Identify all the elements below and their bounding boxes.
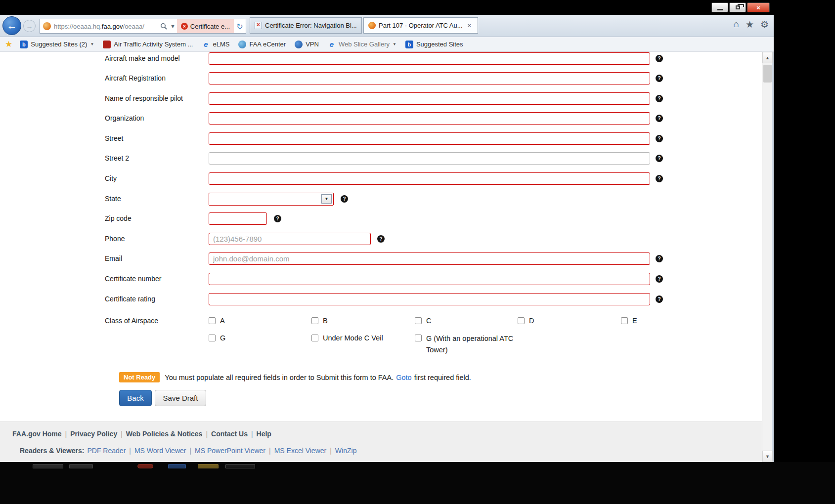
certificate-error-button[interactable]: × Certificate e...: [177, 19, 234, 33]
tab-close-icon[interactable]: ×: [468, 22, 472, 29]
select-dropdown-icon[interactable]: ▼: [321, 194, 332, 204]
help-icon[interactable]: [656, 115, 663, 122]
scroll-down-icon[interactable]: ▼: [762, 451, 773, 462]
footer-link-pdf-reader[interactable]: PDF Reader: [87, 447, 126, 455]
favbar-faa-ecenter[interactable]: FAA eCenter: [234, 39, 290, 50]
add-favorite-star-icon[interactable]: ★: [5, 39, 12, 49]
back-button[interactable]: Back: [119, 390, 152, 406]
forward-nav-button[interactable]: →: [23, 20, 36, 32]
favbar-label: Suggested Sites (2): [31, 41, 87, 48]
taskbar-icon[interactable]: [69, 464, 93, 468]
footer-link-faa-home[interactable]: FAA.gov Home: [12, 430, 62, 438]
scrollbar-thumb[interactable]: [763, 65, 772, 83]
field-label: Zip code: [105, 214, 132, 222]
favbar-web-slice-gallery[interactable]: e Web Slice Gallery ▼: [323, 39, 401, 50]
checkbox-d[interactable]: [518, 317, 525, 324]
form-row-street: Street: [0, 132, 762, 146]
footer-link-help[interactable]: Help: [257, 430, 271, 438]
address-dropdown-icon[interactable]: ▼: [170, 23, 176, 29]
checkbox-label: E: [632, 317, 637, 325]
settings-gear-icon[interactable]: ⚙: [760, 19, 769, 30]
favbar-vpn[interactable]: VPN: [290, 39, 323, 50]
vertical-scrollbar[interactable]: ▲ ▼: [762, 52, 772, 462]
minimize-button[interactable]: [711, 2, 728, 12]
form-row-phone: Phone: [0, 233, 762, 246]
favbar-elms[interactable]: e eLMS: [198, 39, 234, 50]
goto-link[interactable]: Goto: [396, 374, 411, 381]
taskbar-icon[interactable]: [33, 464, 63, 468]
favbar-suggested-sites-2[interactable]: b Suggested Sites: [401, 39, 468, 50]
form-row-street2: Street 2: [0, 152, 762, 166]
email-input[interactable]: [209, 252, 650, 265]
address-bar[interactable]: https://oeaaa.hq.faa.gov/oeaaa/ ▼ × Cert…: [40, 19, 246, 34]
help-icon[interactable]: [377, 235, 385, 243]
favbar-atas[interactable]: Air Traffic Activity System ...: [98, 39, 197, 50]
help-icon[interactable]: [656, 55, 663, 62]
footer-link-ppt-viewer[interactable]: MS PowerPoint Viewer: [195, 447, 265, 455]
search-icon[interactable]: [160, 23, 167, 30]
taskbar-icon[interactable]: [168, 464, 186, 468]
street2-input[interactable]: [209, 152, 650, 165]
aircraft-registration-input[interactable]: [209, 72, 650, 84]
form-row-state: State ▼: [0, 193, 762, 206]
help-icon[interactable]: [656, 75, 663, 82]
help-icon[interactable]: [656, 275, 663, 283]
responsible-pilot-input[interactable]: [209, 92, 650, 105]
save-draft-button[interactable]: Save Draft: [155, 390, 206, 406]
checkbox-c[interactable]: [415, 317, 422, 324]
field-label: Class of Airspace: [105, 317, 158, 325]
street-input[interactable]: [209, 132, 650, 145]
footer-link-contact[interactable]: Contact Us: [211, 430, 248, 438]
certificate-number-input[interactable]: [209, 273, 650, 285]
url-text[interactable]: https://oeaaa.hq.faa.gov/oeaaa/: [54, 23, 159, 30]
tab-certificate-error[interactable]: Certificate Error: Navigation Bl...: [250, 17, 362, 34]
zip-input[interactable]: [209, 212, 267, 225]
help-icon[interactable]: [656, 175, 663, 182]
field-label: Certificate number: [105, 275, 161, 283]
favorites-icon[interactable]: ★: [746, 19, 754, 30]
footer-link-excel-viewer[interactable]: MS Excel Viewer: [274, 447, 327, 455]
footer-link-privacy[interactable]: Privacy Policy: [70, 430, 117, 438]
aircraft-make-model-input[interactable]: [209, 52, 650, 65]
checkbox-mode-c-veil[interactable]: [311, 335, 318, 341]
restore-button[interactable]: [729, 2, 746, 12]
close-button[interactable]: ×: [747, 2, 770, 12]
help-icon[interactable]: [656, 295, 663, 303]
footer-link-word-viewer[interactable]: MS Word Viewer: [134, 447, 186, 455]
checkbox-label: C: [426, 317, 431, 325]
phone-input[interactable]: [209, 233, 371, 245]
help-icon[interactable]: [656, 255, 663, 262]
footer-link-winzip[interactable]: WinZip: [335, 447, 357, 455]
certificate-rating-input[interactable]: [209, 293, 650, 305]
checkbox-a[interactable]: [209, 317, 216, 324]
back-nav-button[interactable]: ←: [2, 16, 21, 35]
footer-link-web-policies[interactable]: Web Policies & Notices: [126, 430, 203, 438]
bing-icon: b: [405, 41, 413, 48]
taskbar-icon[interactable]: [198, 464, 219, 468]
checkbox-b[interactable]: [311, 317, 318, 324]
help-icon[interactable]: [656, 135, 663, 142]
taskbar-icon[interactable]: [225, 464, 255, 468]
scroll-up-icon[interactable]: ▲: [762, 52, 773, 63]
help-icon[interactable]: [656, 95, 663, 102]
chevron-down-icon: ▼: [90, 42, 94, 46]
checkbox-g[interactable]: [209, 335, 216, 341]
help-icon[interactable]: [341, 195, 348, 203]
tab-part-107[interactable]: Part 107 - Operator ATC Au... ×: [363, 17, 478, 34]
organization-input[interactable]: [209, 112, 650, 125]
ie-icon: e: [328, 41, 336, 48]
state-select[interactable]: ▼: [209, 193, 334, 206]
favbar-suggested-sites-1[interactable]: b Suggested Sites (2) ▼: [15, 39, 98, 50]
page-footer: FAA.gov Home|Privacy Policy|Web Policies…: [0, 421, 762, 462]
browser-window: × ← → https://oeaaa.hq.faa.gov/oeaaa/ ▼ …: [0, 0, 774, 462]
taskbar: [0, 462, 835, 504]
taskbar-icon[interactable]: [137, 464, 153, 468]
checkbox-e[interactable]: [621, 317, 628, 324]
checkbox-g-atc-tower[interactable]: [415, 335, 422, 341]
city-input[interactable]: [209, 172, 650, 185]
help-icon[interactable]: [656, 155, 663, 162]
home-icon[interactable]: ⌂: [733, 19, 739, 30]
refresh-icon[interactable]: ↻: [234, 22, 246, 31]
help-icon[interactable]: [274, 215, 281, 222]
field-label: Aircraft Registration: [105, 74, 166, 82]
